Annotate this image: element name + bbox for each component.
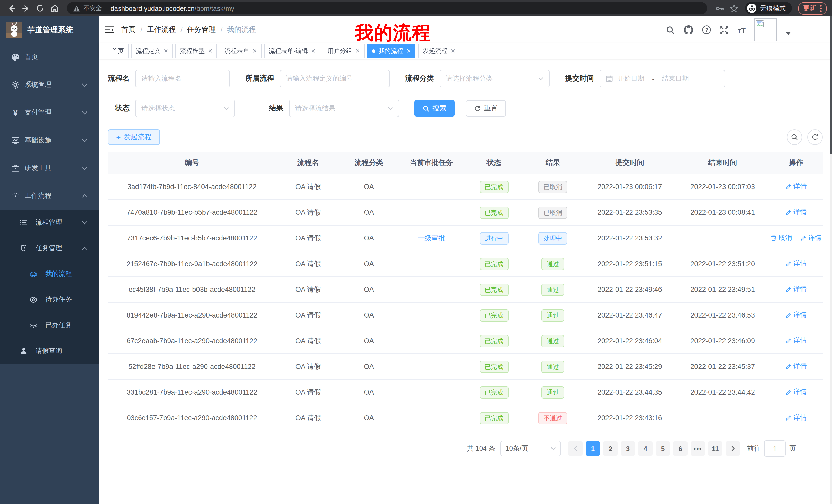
sidebar-item-payment[interactable]: ¥ 支付管理 [0, 99, 99, 127]
page-button[interactable]: 5 [656, 441, 670, 456]
sidebar-item-system[interactable]: 系统管理 [0, 71, 99, 99]
prev-page-button[interactable] [568, 441, 582, 456]
row-id: 7317cec6-7b9b-11ec-b5b7-acde48001122 [108, 225, 276, 251]
tab-process-model[interactable]: 流程模型✕ [175, 44, 217, 58]
search-icon[interactable] [666, 25, 675, 34]
process-def-input[interactable]: 请输入流程定义的编号 [280, 70, 390, 87]
start-process-button[interactable]: + 发起流程 [108, 130, 160, 145]
detail-action[interactable]: 详情 [785, 413, 807, 423]
sidebar-item-leave-query[interactable]: 请假查询 [0, 338, 99, 364]
page-button[interactable]: 2 [603, 441, 618, 456]
row-result: 通过 [522, 251, 583, 277]
password-key-icon[interactable] [713, 2, 726, 15]
avatar[interactable] [754, 19, 777, 41]
close-icon[interactable]: ✕ [311, 48, 315, 54]
browser-reload-icon[interactable] [34, 2, 46, 15]
bookmark-star-icon[interactable] [728, 2, 740, 15]
result-select[interactable]: 请选择流结果 [289, 100, 399, 117]
page-button[interactable]: 11 [708, 441, 723, 456]
row-status: 已完成 [465, 251, 522, 277]
browser-home-icon[interactable] [48, 2, 61, 15]
tab-process-definition[interactable]: 流程定义✕ [131, 44, 173, 58]
category-select[interactable]: 请选择流程分类 [440, 70, 550, 87]
help-icon[interactable]: ? [702, 25, 711, 34]
edit-pencil-icon [785, 389, 792, 396]
sidebar-item-home[interactable]: 首页 [0, 43, 99, 71]
page-button[interactable]: 4 [638, 441, 653, 456]
detail-action[interactable]: 详情 [785, 311, 807, 320]
github-icon[interactable] [684, 25, 693, 34]
branch-tree-icon [20, 244, 28, 252]
current-task-link[interactable]: 一级审批 [418, 234, 445, 242]
browser-menu-icon[interactable] [820, 5, 822, 11]
show-search-icon[interactable] [787, 130, 802, 145]
incognito-label: 无痕模式 [760, 4, 786, 12]
font-size-icon[interactable]: TT [738, 26, 746, 34]
detail-action[interactable]: 详情 [785, 208, 807, 217]
detail-action[interactable]: 详情 [785, 362, 807, 371]
detail-action[interactable]: 详情 [785, 336, 807, 345]
yen-icon: ¥ [11, 108, 20, 117]
tab-start-process[interactable]: 发起流程✕ [418, 44, 460, 58]
detail-action[interactable]: 详情 [785, 388, 807, 397]
fullscreen-icon[interactable] [720, 25, 729, 34]
breadcrumb-item[interactable]: 任务管理 [187, 25, 216, 34]
tab-process-form[interactable]: 流程表单✕ [220, 44, 261, 58]
tab-user-group[interactable]: 用户分组✕ [323, 44, 365, 58]
row-category: OA [340, 328, 397, 354]
tab-my-process[interactable]: 我的流程✕ [367, 44, 415, 58]
tag-view-bar: 首页 流程定义✕ 流程模型✕ 流程表单✕ 流程表单-编辑✕ 用户分组✕ 我的流程… [99, 43, 832, 59]
close-icon[interactable]: ✕ [406, 48, 411, 54]
sidebar-toggle-icon[interactable] [105, 26, 114, 34]
address-bar[interactable]: 不安全 dashboard.yudao.iocoder.cn/bpm/task/… [67, 2, 707, 15]
more-pages-button[interactable]: ••• [691, 441, 705, 456]
detail-action[interactable]: 详情 [785, 285, 807, 294]
breadcrumb-item[interactable]: 首页 [121, 25, 136, 34]
detail-action[interactable]: 详情 [785, 259, 807, 269]
row-result: 已取消 [522, 200, 583, 225]
close-icon[interactable]: ✕ [451, 48, 455, 54]
sidebar-item-process-management[interactable]: 流程管理 [0, 209, 99, 235]
close-icon[interactable]: ✕ [163, 48, 168, 54]
tab-home[interactable]: 首页 [107, 44, 129, 58]
detail-action[interactable]: 详情 [800, 233, 822, 243]
search-button[interactable]: 搜索 [414, 100, 454, 117]
avatar-caret-icon[interactable] [786, 32, 791, 35]
sidebar-item-todo-tasks[interactable]: 待办任务 [0, 287, 99, 312]
table-row: 819442e8-7b9a-11ec-a290-acde48001122 OA … [108, 302, 823, 328]
browser-forward-icon[interactable] [20, 2, 32, 15]
page-button[interactable]: 3 [621, 441, 635, 456]
date-range-picker[interactable]: 开始日期 - 结束日期 [600, 70, 725, 87]
sidebar-item-dev-tools[interactable]: 研发工具 [0, 154, 99, 182]
refresh-table-icon[interactable] [807, 130, 823, 145]
browser-back-icon[interactable] [5, 2, 18, 15]
close-icon[interactable]: ✕ [208, 48, 212, 54]
scrollbar-track[interactable] [830, 17, 832, 504]
row-submit-time: 2022-01-22 23:53:32 [583, 225, 676, 251]
breadcrumb-item[interactable]: 工作流程 [147, 25, 176, 34]
sidebar-item-infrastructure[interactable]: 基础设施 [0, 127, 99, 154]
process-name-input[interactable]: 请输入流程名 [135, 70, 230, 87]
close-icon[interactable]: ✕ [355, 48, 360, 54]
status-select[interactable]: 请选择状态 [135, 100, 235, 117]
sidebar-item-task-management[interactable]: 任务管理 [0, 235, 99, 261]
browser-update-button[interactable]: 更新 [798, 2, 827, 15]
incognito-chip[interactable]: 无痕模式 [745, 2, 792, 15]
reset-button[interactable]: 重置 [466, 100, 506, 117]
page-button[interactable]: 6 [673, 441, 687, 456]
page-size-select[interactable]: 10条/页 [500, 441, 561, 456]
tab-process-form-edit[interactable]: 流程表单-编辑✕ [264, 44, 320, 58]
sidebar-item-workflow[interactable]: 工作流程 [0, 182, 99, 209]
detail-action[interactable]: 详情 [785, 182, 807, 191]
goto-page-input[interactable] [764, 440, 786, 457]
scrollbar-thumb[interactable] [830, 17, 832, 154]
next-page-button[interactable] [726, 441, 740, 456]
calendar-icon [606, 75, 613, 82]
app-logo-row[interactable]: 芋道管理系统 [0, 17, 99, 43]
cancel-action[interactable]: 取消 [770, 233, 792, 243]
close-icon[interactable]: ✕ [252, 48, 257, 54]
security-chip[interactable]: 不安全 [73, 4, 102, 12]
sidebar-item-my-process[interactable]: 我的流程 [0, 261, 99, 287]
sidebar-item-done-tasks[interactable]: 已办任务 [0, 312, 99, 338]
page-button[interactable]: 1 [586, 441, 600, 456]
